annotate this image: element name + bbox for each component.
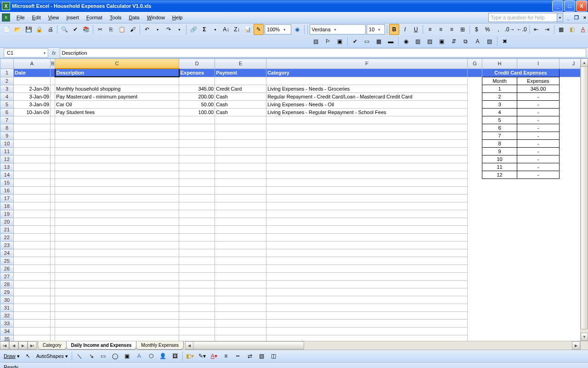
cell-F25[interactable] (266, 257, 468, 265)
cell-F10[interactable] (266, 140, 468, 148)
currency-icon[interactable]: $ (472, 24, 482, 35)
cell-C21[interactable] (55, 226, 179, 234)
menu-insert[interactable]: Insert (62, 15, 83, 20)
row-header-25[interactable]: 25 (0, 257, 14, 265)
cell-C11[interactable] (55, 148, 179, 155)
research-icon[interactable]: 📚 (81, 24, 91, 35)
cell-F29[interactable] (266, 288, 468, 296)
textbox-icon[interactable]: ▣ (122, 351, 133, 362)
cell-E32[interactable] (215, 312, 266, 320)
cell-F14[interactable] (266, 171, 468, 179)
cell-C34[interactable] (55, 328, 179, 335)
cell-A28[interactable] (13, 281, 50, 288)
cell-C4[interactable]: Pay Mastercard - minimum payment (55, 93, 179, 101)
cell-F27[interactable] (266, 273, 468, 281)
row-header-14[interactable]: 14 (0, 171, 14, 179)
cell-D20[interactable] (179, 218, 215, 226)
cell-A32[interactable] (13, 312, 50, 320)
cell-D23[interactable] (179, 242, 215, 249)
cell-C8[interactable] (55, 124, 179, 132)
cell-E34[interactable] (215, 328, 266, 335)
cell-D5[interactable]: 50.00 (179, 101, 215, 109)
cell-A19[interactable] (13, 210, 50, 218)
cell-C30[interactable] (55, 296, 179, 304)
tool-6-icon[interactable]: ▦ (373, 36, 384, 47)
next-sheet-icon[interactable]: ▶ (18, 341, 28, 350)
cell-A10[interactable] (13, 140, 50, 148)
doc-restore[interactable]: ❐ (573, 14, 580, 21)
row-header-19[interactable]: 19 (0, 210, 14, 218)
cell-F28[interactable] (266, 281, 468, 288)
cell-E17[interactable] (215, 195, 266, 202)
cell-F24[interactable] (266, 249, 468, 257)
cell-A12[interactable] (13, 155, 50, 163)
cell-A14[interactable] (13, 171, 50, 179)
cell-E7[interactable] (215, 116, 266, 124)
cell-C3[interactable]: Monthly household shopping (55, 85, 179, 93)
cell-F20[interactable] (266, 218, 468, 226)
cell-C15[interactable] (55, 179, 179, 187)
cell-A9[interactable] (13, 132, 50, 140)
scroll-thumb[interactable] (581, 66, 588, 329)
row-header-15[interactable]: 15 (0, 179, 14, 187)
cell-D15[interactable] (179, 179, 215, 187)
cell-D13[interactable] (179, 163, 215, 171)
cell-D28[interactable] (179, 281, 215, 288)
cell-E9[interactable] (215, 132, 266, 140)
cell-C19[interactable] (55, 210, 179, 218)
autosum-drop-icon[interactable]: ▼ (210, 24, 220, 35)
first-sheet-icon[interactable]: I◀ (0, 341, 9, 350)
menu-window[interactable]: Window (143, 15, 169, 20)
doc-minimize[interactable]: _ (565, 14, 571, 21)
redo-drop-icon[interactable]: ▼ (175, 24, 185, 35)
font-size-combo[interactable]: 10▼ (367, 24, 385, 34)
cell-F13[interactable] (266, 163, 468, 171)
spelling-icon[interactable]: ✔ (70, 24, 80, 35)
cell-C7[interactable] (55, 116, 179, 124)
cell-F35[interactable] (266, 335, 468, 341)
cell-A27[interactable] (13, 273, 50, 281)
redo-icon[interactable]: ↷ (164, 24, 174, 35)
spreadsheet-grid[interactable]: ABCDEFGHIJ1DateDescriptionExpensesPaymen… (0, 58, 588, 341)
cell-E14[interactable] (215, 171, 266, 179)
print-icon[interactable]: 🖨 (45, 24, 56, 35)
cell-C25[interactable] (55, 257, 179, 265)
menu-help[interactable]: Help (169, 15, 187, 20)
cell-D4[interactable]: 200.00 (179, 93, 215, 101)
cell-E26[interactable] (215, 265, 266, 273)
cell-A13[interactable] (13, 163, 50, 171)
col-header-G[interactable]: G (468, 59, 482, 69)
scroll-up-icon[interactable]: ▲ (581, 58, 588, 67)
cell-A5[interactable]: 3-Jan-09 (13, 101, 50, 109)
permission-icon[interactable]: 🔒 (34, 24, 45, 35)
cell-F32[interactable] (266, 312, 468, 320)
hscroll-thumb[interactable] (193, 341, 304, 350)
cell-C9[interactable] (55, 132, 179, 140)
sheet-tab-monthly-expenses[interactable]: Monthly Expenses (136, 341, 184, 350)
cell-A29[interactable] (13, 288, 50, 296)
cell-F22[interactable] (266, 234, 468, 242)
cell-A21[interactable] (13, 226, 50, 234)
cell-C20[interactable] (55, 218, 179, 226)
tool-9-icon[interactable]: ▥ (413, 36, 424, 47)
hyperlink-icon[interactable]: 🔗 (188, 24, 198, 35)
cell-F21[interactable] (266, 226, 468, 234)
cell-E20[interactable] (215, 218, 266, 226)
col-header-H[interactable]: H (482, 59, 517, 69)
col-header-D[interactable]: D (179, 59, 215, 69)
scroll-left-icon[interactable]: ◀ (185, 341, 193, 350)
zoom-combo[interactable]: 100%▼ (265, 24, 291, 34)
row-header-16[interactable]: 16 (0, 187, 14, 195)
tool-2-icon[interactable]: 🏳 (322, 36, 334, 47)
chart-wizard-icon[interactable]: 📊 (243, 24, 253, 35)
cell-D29[interactable] (179, 288, 215, 296)
fill-color-draw-icon[interactable]: ◧▾ (185, 351, 196, 362)
percent-icon[interactable]: % (482, 24, 492, 35)
new-icon[interactable]: 📄 (2, 24, 12, 35)
cell-D6[interactable]: 100.00 (179, 109, 215, 116)
draw-menu[interactable]: Draw ▾ (2, 353, 22, 359)
cell-F9[interactable] (266, 132, 468, 140)
align-center-icon[interactable]: ≡ (436, 24, 446, 35)
horizontal-scrollbar[interactable]: ◀ ▶ (185, 341, 580, 350)
cell-E23[interactable] (215, 242, 266, 249)
